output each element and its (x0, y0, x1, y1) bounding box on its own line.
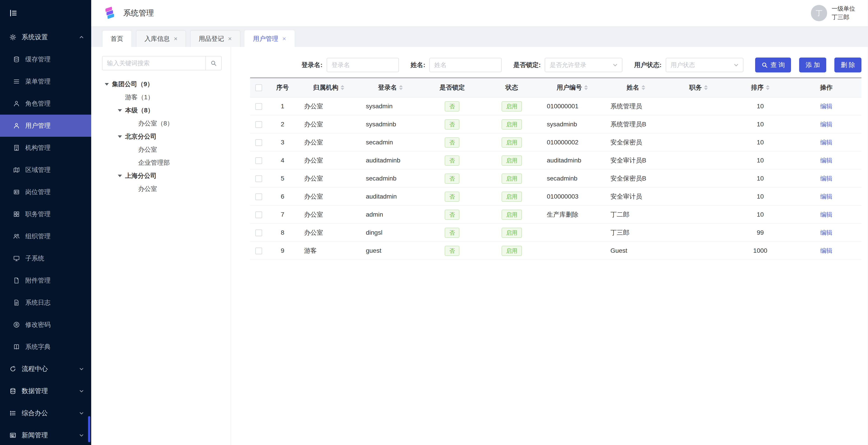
user-name[interactable]: 丁三郎 (832, 13, 855, 22)
table-row: 9游客guest否启用Guest1000编辑 (250, 242, 862, 260)
edit-row-link[interactable]: 编辑 (820, 211, 832, 218)
tree-expand-icon[interactable] (105, 83, 109, 86)
news-icon (9, 432, 17, 439)
sidebar-item-system-dictionary[interactable]: 系统字典 (0, 336, 91, 358)
sidebar-collapse-button[interactable] (9, 9, 18, 18)
filter-toolbar: 登录名: 姓名: 是否锁定: 是否允许登录 (250, 52, 862, 77)
sidebar-section-process-center[interactable]: 流程中心 (0, 358, 91, 380)
search-button[interactable]: 查 询 (755, 58, 791, 72)
column-header-7[interactable]: 职务 (668, 78, 730, 97)
row-checkbox[interactable] (255, 157, 262, 164)
sidebar-section-news-management[interactable]: 新闻管理 (0, 424, 91, 445)
user-avatar[interactable]: 丁 (811, 5, 827, 21)
sort-icon[interactable] (399, 85, 403, 90)
sidebar-item-group-management[interactable]: 组织管理 (0, 225, 91, 247)
cell-login: secadminb (360, 169, 422, 188)
sidebar-item-post-management[interactable]: 岗位管理 (0, 181, 91, 203)
column-header-2[interactable]: 登录名 (360, 78, 422, 97)
log-icon (13, 299, 20, 306)
tree-search-button[interactable] (206, 56, 222, 70)
tree-node[interactable]: 办公室（8） (102, 117, 222, 130)
locked-badge: 否 (445, 137, 459, 148)
sidebar-section-general-office[interactable]: 综合办公 (0, 402, 91, 424)
cell-sort: 10 (730, 97, 791, 115)
sidebar-item-menu-management[interactable]: 菜单管理 (0, 70, 91, 93)
sidebar-item-region-management[interactable]: 区域管理 (0, 159, 91, 181)
sidebar-item-subsystem[interactable]: 子系统 (0, 247, 91, 269)
column-header-8[interactable]: 排序 (730, 78, 791, 97)
edit-row-link[interactable]: 编辑 (820, 121, 832, 128)
locked-filter-select[interactable]: 是否允许登录 (545, 58, 622, 72)
sidebar-section-system-settings[interactable]: 系统设置 (0, 26, 91, 48)
row-checkbox[interactable] (255, 175, 262, 182)
sort-icon[interactable] (341, 85, 344, 90)
row-checkbox[interactable] (255, 229, 262, 236)
row-checkbox[interactable] (255, 248, 262, 254)
cell-duty (668, 188, 730, 205)
edit-row-link[interactable]: 编辑 (820, 229, 832, 236)
sort-icon[interactable] (704, 85, 708, 90)
sort-icon[interactable] (642, 85, 645, 90)
tab-supplies-registration[interactable]: 用品登记× (190, 30, 240, 47)
tree-expand-icon[interactable] (118, 135, 122, 138)
column-header-6[interactable]: 姓名 (604, 78, 668, 97)
tree-expand-icon[interactable] (118, 174, 122, 177)
sidebar-item-role-management[interactable]: 角色管理 (0, 93, 91, 115)
tree-leaf-spacer (131, 162, 135, 163)
cell-login: sysadmin (360, 97, 422, 115)
row-checkbox[interactable] (255, 103, 262, 110)
edit-row-link[interactable]: 编辑 (820, 193, 832, 200)
tab-user-management[interactable]: 用户管理× (245, 30, 294, 47)
sidebar-item-organization-management[interactable]: 机构管理 (0, 137, 91, 159)
sort-icon[interactable] (766, 85, 770, 90)
status-filter-select[interactable]: 用户状态 (666, 58, 743, 72)
cell-name: 系统管理员B (604, 115, 668, 133)
tree-search-input[interactable] (102, 56, 206, 70)
tree-node[interactable]: 本级（8） (102, 104, 222, 117)
add-button[interactable]: 添 加 (799, 58, 826, 72)
tree-node[interactable]: 北京分公司 (102, 130, 222, 143)
org-icon (13, 145, 20, 151)
tab-close-icon[interactable]: × (228, 36, 231, 42)
tab-home[interactable]: 首页 (102, 30, 132, 47)
delete-button[interactable]: 删 除 (834, 58, 862, 72)
tab-close-icon[interactable]: × (174, 36, 178, 42)
select-all-checkbox[interactable] (255, 85, 262, 91)
sidebar-item-cache-management[interactable]: 缓存管理 (0, 48, 91, 70)
locked-badge: 否 (445, 192, 459, 202)
tree-node[interactable]: 办公室 (102, 143, 222, 156)
row-checkbox[interactable] (255, 212, 262, 218)
row-checkbox[interactable] (255, 139, 262, 146)
row-checkbox[interactable] (255, 121, 262, 128)
edit-row-link[interactable]: 编辑 (820, 139, 832, 146)
top-header: 系统管理 丁 一级单位 丁三郎 (91, 0, 868, 26)
edit-row-link[interactable]: 编辑 (820, 157, 832, 164)
sidebar-item-system-log[interactable]: 系统日志 (0, 291, 91, 314)
tab-close-icon[interactable]: × (282, 36, 286, 42)
sidebar-section-data-management[interactable]: 数据管理 (0, 380, 91, 402)
tree-node[interactable]: 办公室 (102, 182, 222, 195)
edit-row-link[interactable]: 编辑 (820, 175, 832, 182)
column-header-5[interactable]: 用户编号 (540, 78, 604, 97)
login-filter-input[interactable] (327, 58, 399, 72)
column-header-4: 状态 (483, 78, 541, 97)
name-filter-input[interactable] (429, 58, 502, 72)
edit-row-link[interactable]: 编辑 (820, 103, 832, 110)
row-checkbox[interactable] (255, 193, 262, 200)
edit-row-link[interactable]: 编辑 (820, 247, 832, 254)
sidebar-item-attachment-management[interactable]: 附件管理 (0, 269, 91, 291)
sidebar-item-change-password[interactable]: 修改密码 (0, 314, 91, 336)
table-row: 1办公室sysadmin否启用010000001系统管理员10编辑 (250, 97, 862, 115)
sidebar-item-duty-management[interactable]: 职务管理 (0, 203, 91, 225)
tree-expand-icon[interactable] (118, 109, 122, 112)
column-header-1[interactable]: 归属机构 (298, 78, 360, 97)
tree-node[interactable]: 企业管理部 (102, 156, 222, 169)
sidebar-item-user-management[interactable]: 用户管理 (0, 115, 91, 137)
tree-node[interactable]: 上海分公司 (102, 169, 222, 182)
tree-node[interactable]: 游客（1） (102, 91, 222, 104)
tab-inbound-info[interactable]: 入库信息× (136, 30, 186, 47)
sort-icon[interactable] (584, 85, 588, 90)
app-title: 系统管理 (123, 8, 154, 18)
column-header-0: 序号 (267, 78, 298, 97)
tree-node[interactable]: 集团公司（9） (102, 77, 222, 91)
